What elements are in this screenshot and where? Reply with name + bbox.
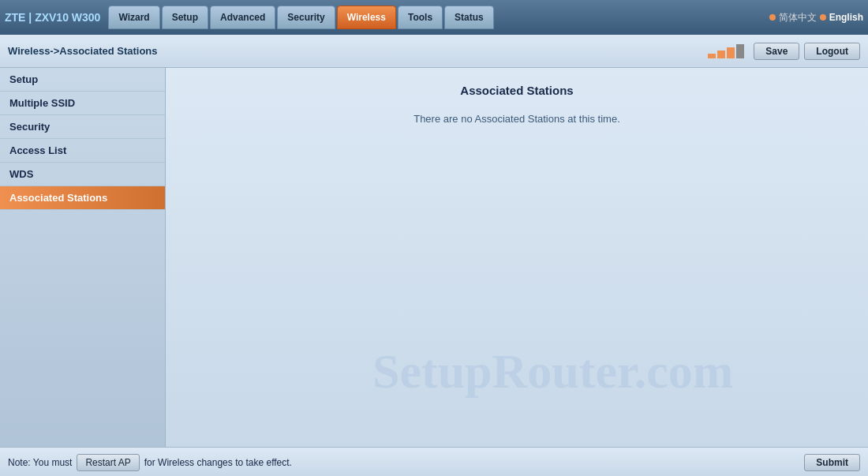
content-message: There are no Associated Stations at this… [189,113,844,125]
navbar: ZTE | ZXV10 W300 WizardSetupAdvancedSecu… [0,0,868,35]
lang-cn-option[interactable]: 简体中文 [779,11,817,24]
toolbar-right: Save Logout [708,43,860,60]
nav-tab-status[interactable]: Status [444,6,494,29]
lang-en-dot [820,14,826,21]
nav-tab-wireless[interactable]: Wireless [337,6,396,29]
content-area: Associated Stations There are no Associa… [166,68,868,447]
nav-tabs: WizardSetupAdvancedSecurityWirelessTools… [108,6,493,29]
lang-cn-dot [769,14,776,21]
brand-prefix: ZTE | [5,11,35,24]
sidebar-item-security[interactable]: Security [0,115,165,139]
breadcrumb: Wireless->Associated Stations [8,45,708,57]
signal-bar-2 [717,51,725,58]
nav-tab-advanced[interactable]: Advanced [210,6,275,29]
brand-model: ZXV10 W300 [35,11,100,24]
language-section: 简体中文 English [769,11,863,24]
main-layout: SetupMultiple SSIDSecurityAccess ListWDS… [0,68,868,447]
note-bar: Note: You must Restart AP for Wireless c… [0,447,868,476]
sidebar: SetupMultiple SSIDSecurityAccess ListWDS… [0,68,166,447]
nav-tab-tools[interactable]: Tools [398,6,443,29]
sidebar-item-associated-stations[interactable]: Associated Stations [0,186,165,210]
content-title: Associated Stations [189,84,844,97]
nav-tab-security[interactable]: Security [277,6,335,29]
signal-bar-3 [727,47,735,58]
sidebar-item-multiple-ssid[interactable]: Multiple SSID [0,92,165,115]
nav-tab-wizard[interactable]: Wizard [108,6,159,29]
logout-button[interactable]: Logout [804,43,860,60]
note-suffix: for Wireless changes to take effect. [144,457,292,468]
signal-bar-1 [708,54,716,58]
sidebar-item-wds[interactable]: WDS [0,163,165,186]
nav-tab-setup[interactable]: Setup [162,6,208,29]
signal-icon [708,44,744,58]
note-right: Submit [804,454,860,471]
watermark: SetupRouter.com [372,343,734,399]
toolbar: Wireless->Associated Stations Save Logou… [0,35,868,68]
sidebar-item-setup[interactable]: Setup [0,68,165,92]
save-button[interactable]: Save [754,43,799,60]
note-prefix: Note: You must [8,457,72,468]
signal-bar-4 [736,44,744,58]
brand-logo: ZTE | ZXV10 W300 [5,11,100,24]
lang-en-option[interactable]: English [829,12,863,23]
restart-ap-button[interactable]: Restart AP [77,454,139,471]
sidebar-item-access-list[interactable]: Access List [0,139,165,163]
submit-button[interactable]: Submit [804,454,860,471]
